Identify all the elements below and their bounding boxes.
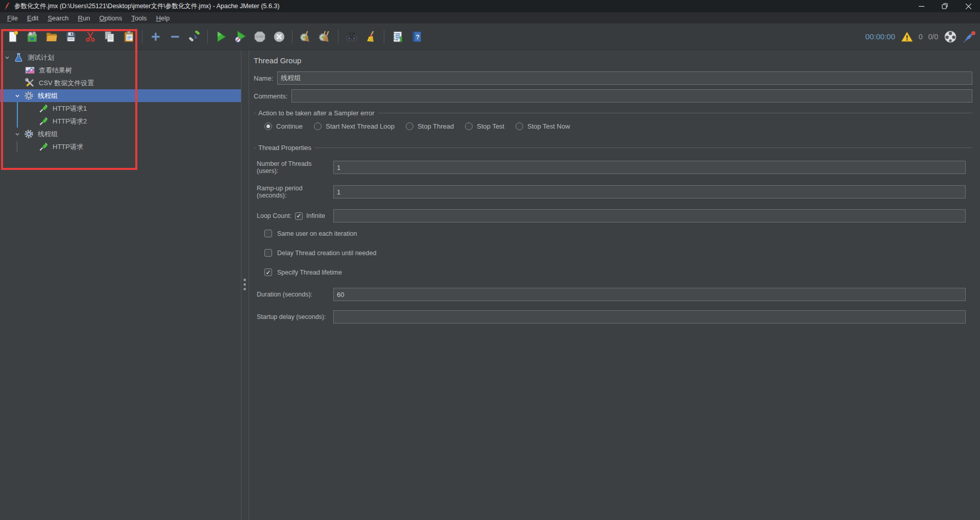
stop-button[interactable]: STOP (251, 28, 268, 45)
num-threads-label: Number of Threads (users): (257, 160, 333, 175)
tree-node-http-request-3[interactable]: HTTP请求 (0, 140, 241, 153)
shutdown-button[interactable] (271, 28, 287, 45)
clear-search-button[interactable] (362, 28, 379, 45)
panel-splitter[interactable] (241, 50, 249, 520)
expand-all-button[interactable] (147, 28, 164, 45)
tree-node-view-results-tree[interactable]: 查看结果树 (0, 64, 241, 77)
tree-node-http-request-2[interactable]: HTTP请求2 (0, 115, 241, 128)
tree-node-http-request-1[interactable]: HTTP请求1 (0, 102, 241, 115)
radio-continue[interactable]: Continue (264, 122, 303, 130)
tree-node-label: 测试计划 (28, 53, 54, 62)
tree-node-label: 线程组 (38, 91, 58, 101)
toolbar-separator (338, 30, 338, 43)
svg-text:?: ? (415, 33, 419, 40)
cut-button[interactable] (82, 28, 99, 45)
collapse-all-button[interactable] (166, 28, 183, 45)
infinite-checkbox[interactable] (295, 212, 303, 220)
chevron-down-icon[interactable] (13, 132, 21, 137)
thread-state-ball-icon (944, 30, 957, 43)
restore-button[interactable] (933, 0, 957, 12)
ramp-up-label: Ramp-up period (seconds): (257, 185, 333, 199)
tree-node-thread-group-2[interactable]: 线程组 (0, 128, 241, 140)
new-file-button[interactable] (4, 28, 21, 45)
radio-button-icon[interactable] (516, 122, 523, 130)
radio-start-next-thread-loop[interactable]: Start Next Thread Loop (314, 122, 395, 130)
menu-file[interactable]: File (3, 13, 22, 23)
http-request-icon (39, 142, 48, 152)
radio-stop-test-now[interactable]: Stop Test Now (516, 122, 570, 130)
test-plan-tree: 测试计划 查看结果树 CSV 数据文件设置 线程组 (0, 50, 241, 520)
radio-stop-test[interactable]: Stop Test (465, 122, 504, 130)
tree-node-label: 线程组 (38, 130, 58, 139)
copy-button[interactable] (101, 28, 118, 45)
loop-count-row: Loop Count: Infinite (257, 209, 966, 222)
tree-node-label: HTTP请求 (53, 142, 83, 152)
view-results-tree-icon (25, 65, 35, 75)
clear-button[interactable] (297, 28, 314, 45)
open-file-button[interactable] (43, 28, 60, 45)
delay-thread-creation-checkbox[interactable] (264, 249, 272, 257)
search-button[interactable] (343, 28, 360, 45)
tree-node-label: CSV 数据文件设置 (39, 79, 94, 88)
delay-thread-creation-row[interactable]: Delay Thread creation until needed (264, 249, 972, 257)
titlebar: 参数化文件.jmx (D:\Users\25121\Desktop\jmeter… (0, 0, 980, 12)
same-user-row[interactable]: Same user on each iteration (264, 230, 972, 237)
startup-delay-input[interactable] (333, 310, 966, 324)
minimize-button[interactable] (910, 0, 933, 12)
thread-properties-group-header: Thread Properties (254, 144, 972, 152)
help-button[interactable]: ? (408, 28, 425, 45)
save-button[interactable] (62, 28, 79, 45)
svg-text:STOP: STOP (256, 35, 264, 38)
loop-count-input[interactable] (333, 209, 966, 222)
toolbar-status: 00:00:00 0 0/0 (865, 30, 976, 43)
function-helper-button[interactable] (389, 28, 406, 45)
specify-lifetime-row[interactable]: Specify Thread lifetime (264, 268, 972, 276)
page-title: Thread Group (254, 56, 972, 65)
chevron-down-icon[interactable] (3, 55, 11, 60)
tree-node-thread-group-1[interactable]: 线程组 (0, 89, 241, 102)
menu-search[interactable]: Search (43, 13, 73, 23)
tree-guide-line-selected (17, 102, 18, 128)
tree-guide-line (17, 141, 17, 152)
name-label: Name: (254, 75, 273, 82)
specify-lifetime-checkbox[interactable] (264, 268, 272, 276)
start-button[interactable] (212, 28, 229, 45)
tree-node-test-plan[interactable]: 测试计划 (0, 51, 241, 64)
menu-tools[interactable]: Tools (127, 13, 151, 23)
radio-button-icon[interactable] (314, 122, 322, 130)
toggle-button[interactable] (186, 28, 203, 45)
paste-button[interactable] (120, 28, 137, 45)
radio-button-icon[interactable] (465, 122, 473, 130)
clear-all-button[interactable] (316, 28, 333, 45)
menu-edit[interactable]: Edit (22, 13, 43, 23)
ramp-up-row: Ramp-up period (seconds): (257, 185, 966, 199)
comments-input[interactable] (291, 89, 972, 103)
radio-stop-thread[interactable]: Stop Thread (406, 122, 454, 130)
num-threads-row: Number of Threads (users): (257, 160, 966, 175)
start-no-pauses-button[interactable] (232, 28, 249, 45)
jmeter-logo-icon (963, 31, 976, 43)
thread-group-panel: Thread Group Name: Comments: Action to b… (249, 50, 980, 520)
close-button[interactable] (957, 0, 980, 12)
ramp-up-input[interactable] (333, 185, 966, 199)
num-threads-input[interactable] (333, 161, 966, 174)
tree-node-csv-data-set-config[interactable]: CSV 数据文件设置 (0, 77, 241, 89)
radio-button-icon[interactable] (264, 122, 272, 130)
toolbar: STOP ? 00:00:00 0 0/0 (0, 23, 980, 50)
http-request-icon (39, 116, 48, 126)
splitter-handle[interactable] (243, 279, 246, 290)
same-user-checkbox[interactable] (264, 230, 272, 237)
name-input[interactable] (277, 71, 972, 85)
toolbar-separator (384, 30, 384, 43)
menu-help[interactable]: Help (152, 13, 175, 23)
warning-icon[interactable] (901, 31, 913, 42)
radio-button-icon[interactable] (406, 122, 413, 130)
jmeter-feather-icon (4, 2, 10, 10)
menu-options[interactable]: Options (94, 13, 127, 23)
sampler-error-group-title: Action to be taken after a Sampler error (256, 109, 378, 117)
menu-run[interactable]: Run (74, 13, 95, 23)
duration-input[interactable] (333, 288, 966, 301)
chevron-down-icon[interactable] (13, 93, 21, 98)
infinite-label: Infinite (306, 212, 325, 219)
templates-button[interactable] (23, 28, 40, 45)
